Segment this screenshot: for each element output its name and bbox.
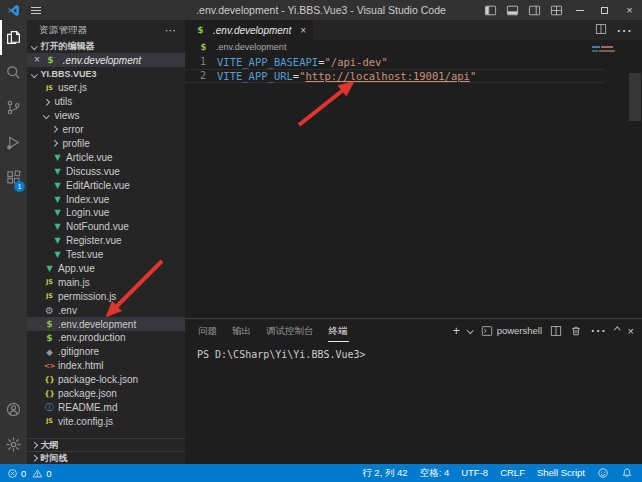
open-editors-label: 打开的编辑器 [41,40,95,53]
tree-file-.env[interactable]: ⚙.env [27,303,185,317]
activity-item-source-control[interactable] [0,90,27,125]
activity-item-search[interactable] [0,55,27,90]
status-item[interactable]: CRLF [500,467,525,480]
settings-gear-icon [5,436,22,453]
minimap[interactable] [588,40,628,318]
warning-count[interactable]: 0 [46,468,51,479]
more-actions-icon[interactable]: ⋯ [165,24,177,37]
tree-file-Test.vue[interactable]: ▼Test.vue [27,248,185,262]
menu-icon[interactable] [31,7,41,14]
editor-group: $ .env.development × ⋯ $ .env.developmen… [185,20,642,464]
chevron-down-icon[interactable] [468,328,473,333]
tree-file-NotFound.vue[interactable]: ▼NotFound.vue [27,220,185,234]
tree-folder-profile[interactable]: profile [27,137,185,151]
close-editor-icon[interactable]: × [34,55,40,65]
tree-folder-error[interactable]: error [27,123,185,137]
tree-item-label: permission.js [58,291,116,302]
terminal-output[interactable]: PS D:\CSharp\Yi\Yi.BBS.Vue3> [185,342,642,464]
tree-file-permission.js[interactable]: JSpermission.js [27,289,185,303]
tree-file-Login.vue[interactable]: ▼Login.vue [27,206,185,220]
title-bar: .env.development - Yi.BBS.Vue3 - Visual … [0,0,642,20]
tree-item-label: .env.production [58,332,126,343]
vue-file-icon: ▼ [51,236,64,245]
tree-file-Article.vue[interactable]: ▼Article.vue [27,150,185,164]
maximize-button[interactable] [592,0,617,20]
status-item[interactable]: UTF-8 [461,467,488,480]
errors-icon[interactable] [7,468,18,479]
minimize-button[interactable] [567,0,592,20]
tree-file-.env.development[interactable]: $.env.development [27,317,185,331]
tree-file-EditArticle.vue[interactable]: ▼EditArticle.vue [27,178,185,192]
search-icon [5,64,22,81]
code-editor[interactable]: 1VITE_APP_BASEAPI="/api-dev" 2VITE_APP_U… [185,53,642,318]
feedback-icon[interactable] [597,467,609,479]
tree-file-App.vue[interactable]: ▼App.vue [27,262,185,276]
panel-tab-调试控制台[interactable]: 调试控制台 [265,320,315,342]
toggle-secondary-sidebar-icon[interactable] [523,0,545,20]
tree-folder-views[interactable]: views [27,109,185,123]
tree-folder-utils[interactable]: utils [27,95,185,109]
split-editor-icon[interactable] [595,21,607,39]
chevron-right-icon [31,442,37,448]
error-count[interactable]: 0 [21,468,26,479]
status-item[interactable]: 空格: 4 [420,467,450,480]
open-editor-item[interactable]: ×$.env.development [27,53,185,67]
notifications-bell-icon[interactable] [621,467,633,479]
panel-tab-问题[interactable]: 问题 [197,320,218,342]
customize-layout-icon[interactable] [545,0,567,20]
tree-item-label: main.js [58,277,90,288]
project-root-section[interactable]: YI.BBS.VUE3 [27,67,185,81]
tree-file-index.html[interactable]: <>index.html [27,359,185,373]
activity-item-run-debug[interactable] [0,125,27,160]
code-line-2: 2VITE_APP_URL="http://localhost:19001/ap… [185,69,604,83]
outline-section[interactable]: 大纲 [27,438,185,451]
toggle-panel-icon[interactable] [501,0,523,20]
tree-file-user.js[interactable]: JSuser.js [27,81,185,95]
status-item[interactable]: 行 2, 列 42 [362,467,407,480]
more-actions-icon[interactable]: ⋯ [590,321,607,340]
kill-terminal-icon[interactable] [570,325,582,337]
more-actions-icon[interactable]: ⋯ [616,21,633,40]
close-window-button[interactable]: × [617,0,642,20]
chevron-down-icon [31,43,37,49]
activity-item-account[interactable] [0,392,27,427]
close-tab-icon[interactable]: × [300,25,306,36]
tree-item-label: utils [55,96,73,107]
tree-file-Discuss.vue[interactable]: ▼Discuss.vue [27,164,185,178]
editor-scrollbar[interactable] [628,40,642,318]
json-file-icon: {} [43,389,56,398]
toggle-sidebar-icon[interactable] [479,0,501,20]
status-item[interactable]: Shell Script [537,467,585,480]
activity-item-extensions[interactable]: 1 [0,160,27,195]
tree-file-main.js[interactable]: JSmain.js [27,275,185,289]
tree-file-vite.config.js[interactable]: JSvite.config.js [27,414,185,428]
tree-file-.gitignore[interactable]: ◆.gitignore [27,345,185,359]
tab-env-development[interactable]: $ .env.development × [185,20,313,40]
tree-file-package.json[interactable]: {}package.json [27,387,185,401]
open-editors-section[interactable]: 打开的编辑器 [27,39,185,53]
panel-header: 问题输出调试控制台终端 + powershell [185,319,642,342]
maximize-panel-icon[interactable] [615,328,620,333]
vue-file-icon: ▼ [51,181,64,190]
new-terminal-icon[interactable]: + [453,326,461,336]
url-link[interactable]: http://localhost:19001/api [306,69,470,83]
tree-file-README.md[interactable]: ⓘREADME.md [27,400,185,414]
tree-file-package-lock.json[interactable]: {}package-lock.json [27,373,185,387]
close-panel-icon[interactable]: × [628,325,634,337]
activity-item-explorer[interactable] [0,20,27,55]
tree-item-label: NotFound.vue [66,221,129,232]
activity-item-settings[interactable] [0,427,27,462]
status-bar: 0 0 行 2, 列 42空格: 4UTF-8CRLFShell Script [0,464,642,482]
chevron-right-icon [43,99,49,105]
tree-file-Register.vue[interactable]: ▼Register.vue [27,234,185,248]
tree-file-Index.vue[interactable]: ▼Index.vue [27,192,185,206]
split-terminal-icon[interactable] [550,325,562,337]
shell-selector[interactable]: powershell [481,325,542,337]
chevron-right-icon [31,455,37,461]
breadcrumb[interactable]: $ .env.development [185,40,642,53]
warnings-icon[interactable] [32,468,43,479]
panel-tab-终端[interactable]: 终端 [328,320,349,342]
timeline-section[interactable]: 时间线 [27,451,185,464]
panel-tab-输出[interactable]: 输出 [231,320,252,342]
tree-file-.env.production[interactable]: $.env.production [27,331,185,345]
